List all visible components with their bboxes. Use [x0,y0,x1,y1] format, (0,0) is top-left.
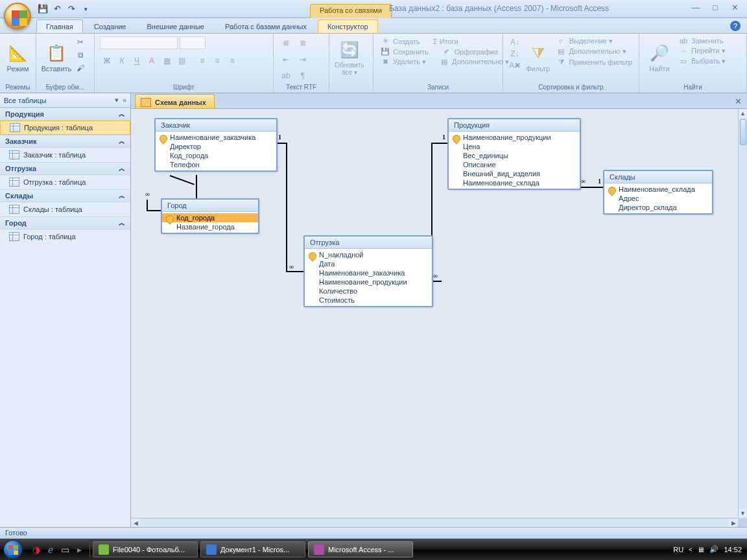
bullets-button[interactable]: ≣ [279,36,293,49]
table-field[interactable]: Стоимость [305,296,432,305]
fill-color-button[interactable]: ▦ [160,54,174,67]
table-field[interactable]: Описание [449,160,580,169]
save-record-button[interactable]: 💾Сохранить [379,47,430,56]
spelling-button[interactable]: ✔Орфография [440,47,499,56]
vertical-scrollbar[interactable]: ▲ ▼ [738,109,747,518]
advanced-filter-button[interactable]: ▤Дополнительно ▾ [554,47,634,56]
table-title[interactable]: Заказчик [156,119,276,132]
table-zakazchik[interactable]: ЗаказчикНаименование_заказчикаДиректорКо… [154,118,278,172]
scroll-thumb[interactable] [740,119,746,145]
taskbar-button[interactable]: Документ1 - Micros... [200,541,305,557]
sort-desc-button[interactable]: Z↓ [508,48,521,60]
table-field[interactable]: Наименование_склада [604,185,712,194]
taskbar-button[interactable]: File0040 - Фотоальб... [93,541,198,557]
align-left-button[interactable]: ≡ [195,54,209,67]
table-field[interactable]: Адрес [604,194,712,203]
select-button[interactable]: ▭Выбрать ▾ [677,56,727,66]
table-field[interactable]: Название_города [162,222,258,231]
ql-icon[interactable]: ℯ [44,542,57,557]
copy-button[interactable]: ⧉ [74,49,87,61]
table-field[interactable]: Наименование_склада [449,178,580,187]
tray-volume-icon[interactable]: 🔊 [709,545,718,554]
table-otgruzka[interactable]: ОтгрузкаN_накладнойДатаНаименование_зака… [303,235,433,307]
numbering-button[interactable]: ≣ [296,36,310,49]
table-field[interactable]: Наименование_заказчика [305,268,432,277]
scroll-down-button[interactable]: ▼ [739,509,747,518]
table-produkciya[interactable]: ПродукцияНаименование_продукцииЦенаВес_е… [447,118,581,190]
table-title[interactable]: Отгрузка [305,237,432,249]
underline-button[interactable]: Ч [130,54,144,67]
table-gorod[interactable]: ГородКод_городаНазвание_города [161,198,259,234]
minimize-button[interactable]: — [689,1,703,13]
document-tab-relationships[interactable]: Схема данных [135,94,215,108]
taskbar-button[interactable]: Microsoft Access - ... [308,541,413,557]
table-field[interactable]: Директор_склада [604,203,712,212]
tray-chevron-icon[interactable]: < [689,546,692,553]
office-button[interactable] [4,3,31,30]
clear-sort-button[interactable]: A✖ [508,60,521,71]
tab-dbtools[interactable]: Работа с базами данных [215,19,316,33]
nav-item[interactable]: Отгрузка : таблица [0,175,130,189]
nav-item[interactable]: Продукция : таблица [0,121,130,135]
scroll-right-button[interactable]: ▶ [729,519,738,527]
font-color-button[interactable]: A [145,54,159,67]
filter-button[interactable]: ⧩ Фильтр [524,36,552,79]
table-sklady[interactable]: СкладыНаименование_складаАдресДиректор_с… [603,170,713,215]
document-close-button[interactable]: ✕ [733,96,743,106]
help-button[interactable]: ? [730,21,741,31]
table-field[interactable]: Код_города [162,213,258,222]
tray-network-icon[interactable]: 🖥 [697,546,704,554]
table-field[interactable]: Вес_единицы [449,151,580,160]
totals-button[interactable]: Σ Итоги [432,36,460,46]
table-field[interactable]: Внешний_вид_изделия [449,169,580,178]
close-button[interactable]: ✕ [728,1,742,13]
refresh-all-button[interactable]: 🔄 Обновить все ▾ [335,36,364,79]
delete-record-button[interactable]: ✖Удалить ▾ [379,57,427,67]
nav-item[interactable]: Склады : таблица [0,202,130,216]
nav-item[interactable]: Город : таблица [0,229,130,244]
table-field[interactable]: Дата [305,259,432,268]
replace-button[interactable]: abЗаменить [677,36,727,45]
table-field[interactable]: Количество [305,286,432,296]
tab-create[interactable]: Создание [84,19,136,33]
save-icon[interactable]: 💾 [38,4,48,14]
italic-button[interactable]: К [115,54,129,67]
goto-button[interactable]: →Перейти ▾ [677,46,727,56]
sort-asc-button[interactable]: A↓ [508,36,521,48]
clock[interactable]: 14:52 [724,546,742,554]
tab-design[interactable]: Конструктор [318,19,378,33]
scroll-left-button[interactable]: ◀ [131,519,140,527]
cut-button[interactable]: ✂ [74,36,87,48]
align-center-button[interactable]: ≡ [210,54,224,67]
indent-inc-button[interactable]: ⇥ [296,53,310,66]
redo-icon[interactable]: ↷ [66,4,77,14]
view-button[interactable]: 📐 Режим [5,36,30,79]
nav-group-header[interactable]: Отгрузка︽ [0,162,130,175]
font-size-select[interactable] [180,36,206,49]
find-button[interactable]: 🔎 Найти [645,36,674,79]
table-title[interactable]: Продукция [449,119,580,132]
table-field[interactable]: Наименование_продукции [305,277,432,286]
horizontal-scrollbar[interactable]: ◀ ▶ [131,518,738,527]
ql-icon[interactable]: ▸ [73,542,86,557]
toggle-filter-button[interactable]: ⧩Применить фильтр [554,57,634,67]
nav-item[interactable]: Заказчик : таблица [0,148,130,162]
indent-dec-button[interactable]: ⇤ [279,53,293,66]
nav-group-header[interactable]: Продукция︽ [0,108,130,121]
table-field[interactable]: Цена [449,142,580,151]
bold-button[interactable]: Ж [100,54,114,67]
relationships-canvas[interactable]: ∞ 1 ∞ 1 ∞ ∞ 1 ЗаказчикНаименование_заказ… [131,109,738,518]
tab-external[interactable]: Внешние данные [137,19,214,33]
table-field[interactable]: N_накладной [305,250,432,259]
new-record-button[interactable]: ✳Создать [379,36,421,46]
table-field[interactable]: Код_города [156,151,276,160]
selection-filter-button[interactable]: ▿Выделение ▾ [554,36,634,46]
undo-icon[interactable]: ↶ [52,4,62,14]
table-title[interactable]: Город [162,200,258,212]
ql-icon[interactable]: ▭ [58,542,71,557]
nav-group-header[interactable]: Город︽ [0,216,130,229]
align-right-button[interactable]: ≡ [225,54,239,67]
scroll-up-button[interactable]: ▲ [739,109,747,118]
start-button[interactable] [0,539,26,560]
highlight-button[interactable]: ab [279,69,293,82]
